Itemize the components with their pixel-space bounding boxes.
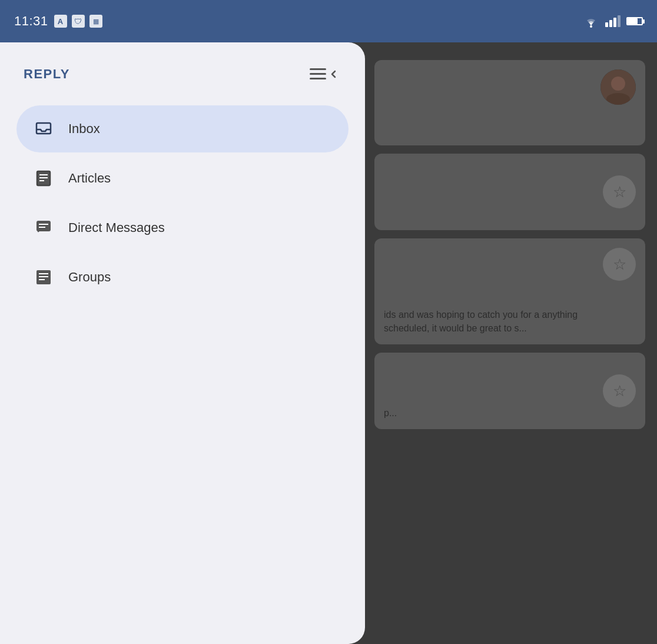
status-bar-right [583,15,643,28]
articles-label: Articles [68,171,111,186]
signal-icon [605,15,620,27]
status-bar: 11:31 A 🛡 ▦ [0,0,657,42]
svg-rect-6 [36,221,51,231]
groups-label: Groups [68,270,111,285]
status-icons: A 🛡 ▦ [54,15,102,28]
drawer-header: REPLY [16,66,349,82]
status-time: 11:31 [14,14,48,29]
groups-icon [33,267,54,288]
direct-messages-icon [33,217,54,238]
svg-point-0 [590,25,592,28]
articles-icon [33,168,54,189]
status-bar-left: 11:31 A 🛡 ▦ [14,14,102,29]
svg-rect-1 [36,123,51,134]
inbox-icon [33,118,54,140]
inbox-label: Inbox [68,121,100,137]
direct-messages-label: Direct Messages [68,220,165,235]
nav-item-inbox[interactable]: Inbox [16,105,349,152]
nav-list: Inbox Articles [16,105,349,301]
nav-item-articles[interactable]: Articles [16,155,349,202]
hamburger-close-icon [310,68,326,79]
navigation-drawer: REPLY [0,42,365,644]
shield-icon: 🛡 [72,15,85,28]
nav-item-groups[interactable]: Groups [16,254,349,301]
app-title: REPLY [24,67,70,82]
close-menu-button[interactable] [307,66,341,82]
nav-item-direct-messages[interactable]: Direct Messages [16,204,349,251]
sim-icon: ▦ [89,15,102,28]
close-arrow-icon [328,69,339,79]
a-icon: A [54,15,67,28]
battery-icon [626,17,643,25]
main-area: ☆ ☆ ids and was hoping to catch you for … [0,42,657,644]
wifi-icon [583,15,599,28]
